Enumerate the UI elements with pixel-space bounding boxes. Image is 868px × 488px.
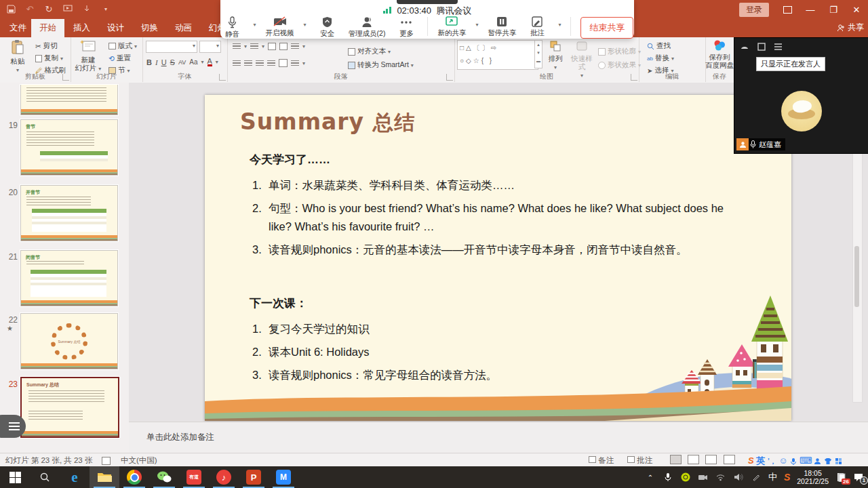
tray-camera-icon[interactable] xyxy=(698,472,709,483)
taskbar-search-button[interactable] xyxy=(30,466,60,488)
normal-view-button[interactable] xyxy=(670,455,682,464)
taskbar-youdao-icon[interactable]: 有道 xyxy=(179,466,209,488)
drawing-dialog-launcher[interactable] xyxy=(631,74,637,81)
indent-increase-icon[interactable] xyxy=(279,43,288,50)
new-slide-button[interactable]: 新建幻灯片 ▾ xyxy=(72,39,104,73)
shape-outline-button[interactable]: 形状轮廓▾ xyxy=(598,47,641,56)
tab-animations[interactable]: 动画 xyxy=(167,19,200,37)
align-left-icon[interactable] xyxy=(233,60,241,66)
taskbar-explorer-icon[interactable] xyxy=(90,466,119,488)
columns-icon[interactable] xyxy=(279,59,288,67)
font-color-button[interactable]: A xyxy=(208,58,212,66)
ime-toolbox-icon[interactable] xyxy=(835,458,842,465)
slide-canvas[interactable]: Summary 总结 今天学习了…… 1.单词：水果蔬菜类、学科科目类、体育运动… xyxy=(205,95,791,421)
touch-mode-icon[interactable] xyxy=(81,3,92,14)
smartart-button[interactable]: 转换为 SmartArt▾ xyxy=(348,60,414,70)
redo-icon[interactable]: ↻ xyxy=(43,3,54,14)
emoji-icon[interactable]: ☺ xyxy=(778,455,787,466)
tray-pen-icon[interactable] xyxy=(751,472,762,483)
start-button[interactable] xyxy=(0,466,30,488)
notes-placeholder[interactable]: 单击此处添加备注 xyxy=(146,432,214,443)
participant-avatar[interactable] xyxy=(781,91,822,131)
justify-icon[interactable] xyxy=(267,60,275,66)
bullets-icon[interactable] xyxy=(233,43,241,49)
tray-green-app-icon[interactable] xyxy=(680,472,691,483)
thumbnail-slide-18-partial[interactable] xyxy=(20,85,118,115)
notes-pane[interactable]: 单击此处添加备注 xyxy=(129,422,868,453)
reading-view-button[interactable] xyxy=(705,455,717,464)
close-button[interactable]: ✕ xyxy=(845,0,868,19)
align-text-button[interactable]: 对齐文本▾ xyxy=(348,47,391,56)
panel-list-icon[interactable] xyxy=(774,41,783,54)
thumbnail-slide-19[interactable]: 音节 xyxy=(20,119,118,176)
char-spacing-button[interactable]: AV xyxy=(178,59,186,66)
tab-home[interactable]: 开始 xyxy=(31,19,64,37)
taskbar-clock[interactable]: 18:05 2021/2/25 xyxy=(797,469,829,485)
shape-gallery-scroll[interactable]: ▲▼▬ xyxy=(534,40,542,68)
panel-layout-icon[interactable] xyxy=(757,41,766,54)
minimize-button[interactable]: — xyxy=(799,0,822,19)
taskbar-powerpoint-icon[interactable]: P xyxy=(239,466,269,488)
panel-minimize-icon[interactable] xyxy=(740,41,749,54)
cut-button[interactable]: ✂剪切 xyxy=(35,41,58,51)
tray-input-indicator[interactable]: 中 xyxy=(768,471,777,483)
tab-insert[interactable]: 插入 xyxy=(65,19,98,37)
tray-mic-icon[interactable] xyxy=(663,472,673,483)
toolbar-drag-handle[interactable] xyxy=(397,0,458,4)
taskbar-chrome-icon[interactable] xyxy=(119,466,149,488)
action-center-icon[interactable]: 1 xyxy=(853,472,864,483)
taskbar-tencent-meeting-icon[interactable]: M xyxy=(269,466,298,488)
sogou-logo-icon[interactable]: S xyxy=(748,455,754,466)
pause-share-button[interactable]: 暂停共享 xyxy=(488,16,516,38)
indent-decrease-icon[interactable] xyxy=(268,43,276,50)
tray-notification-mail-icon[interactable]: 26 xyxy=(835,472,846,483)
manage-members-button[interactable]: 管理成员(2) xyxy=(349,16,386,39)
tray-wifi-icon[interactable] xyxy=(715,472,726,483)
copy-button[interactable]: 复制▾ xyxy=(35,54,63,63)
taskbar-wechat-icon[interactable] xyxy=(149,466,179,488)
more-button[interactable]: 更多 xyxy=(395,16,418,39)
floating-list-button[interactable] xyxy=(0,415,26,438)
align-right-icon[interactable] xyxy=(256,60,264,66)
start-video-button[interactable]: 开启视频 xyxy=(266,16,294,38)
font-name-combobox[interactable]: ▾ xyxy=(146,41,197,53)
line-spacing-icon[interactable] xyxy=(291,43,299,49)
share-button[interactable]: 共享 xyxy=(837,22,864,33)
new-share-button[interactable]: 新的共享 xyxy=(437,16,466,38)
numbering-icon[interactable] xyxy=(250,43,258,49)
shape-effects-button[interactable]: 形状效果▾ xyxy=(598,60,641,70)
share-options-caret[interactable]: ▾ xyxy=(475,22,478,28)
ime-language-toggle[interactable]: 英 xyxy=(756,455,765,466)
taskbar-edge-icon[interactable]: e xyxy=(60,466,90,488)
align-center-icon[interactable] xyxy=(244,60,252,66)
thumbnail-slide-23-selected[interactable]: Summary 总结 xyxy=(20,377,119,438)
slideshow-view-button[interactable] xyxy=(724,455,735,464)
change-case-button[interactable]: Aa xyxy=(189,58,197,66)
italic-button[interactable]: I xyxy=(155,58,158,66)
thumbnail-slide-20[interactable]: 开音节 xyxy=(20,185,118,241)
layout-button[interactable]: 版式▾ xyxy=(108,41,137,51)
scrollbar-thumb[interactable] xyxy=(854,246,859,307)
start-slideshow-icon[interactable] xyxy=(62,3,73,14)
shape-gallery[interactable]: □△〔〕⇨ ○◇☆{ } xyxy=(457,40,538,70)
find-button[interactable]: 查找 xyxy=(647,41,671,51)
ime-mic-icon[interactable] xyxy=(790,458,797,466)
tray-volume-icon[interactable] xyxy=(733,472,744,483)
slide-scrollbar[interactable] xyxy=(852,144,863,403)
tray-sogou-icon[interactable]: S xyxy=(784,472,790,483)
qat-dropdown-icon[interactable]: ▾ xyxy=(100,3,111,14)
strikethrough-button[interactable]: S xyxy=(170,58,175,66)
underline-button[interactable]: U xyxy=(161,58,167,66)
text-direction-icon[interactable] xyxy=(291,60,299,66)
ribbon-display-options-button[interactable] xyxy=(776,0,799,19)
font-size-combobox[interactable]: ▾ xyxy=(199,41,221,53)
video-options-caret[interactable]: ▾ xyxy=(304,22,307,28)
paragraph-dialog-launcher[interactable] xyxy=(446,74,453,81)
mute-options-caret[interactable]: ▾ xyxy=(254,22,256,28)
clipboard-dialog-launcher[interactable] xyxy=(62,74,69,81)
ime-person-icon[interactable] xyxy=(814,458,821,465)
save-to-baidu-button[interactable]: 保存到百度网盘 xyxy=(703,39,736,69)
reset-button[interactable]: ⟲重置 xyxy=(108,54,131,63)
language-indicator[interactable]: 中文(中国) xyxy=(121,455,157,466)
annotate-options-caret[interactable]: ▾ xyxy=(558,22,561,28)
